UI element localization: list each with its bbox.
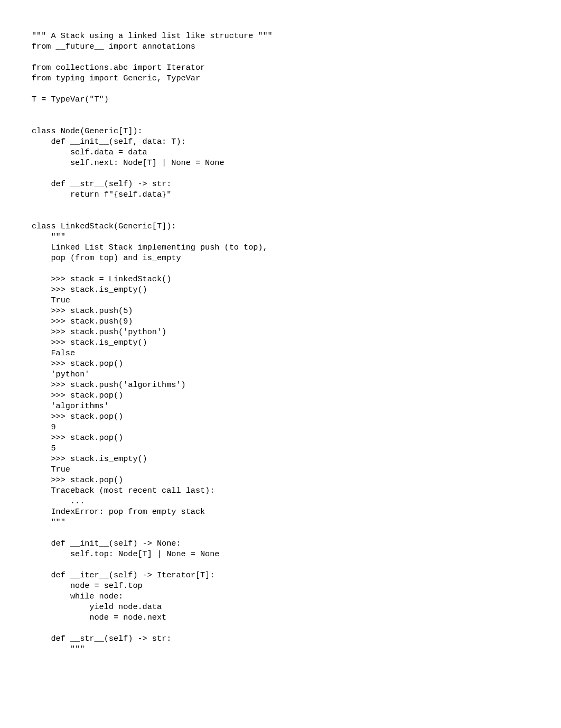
- code-page: """ A Stack using a linked list like str…: [0, 0, 561, 728]
- code-block: """ A Stack using a linked list like str…: [32, 31, 540, 655]
